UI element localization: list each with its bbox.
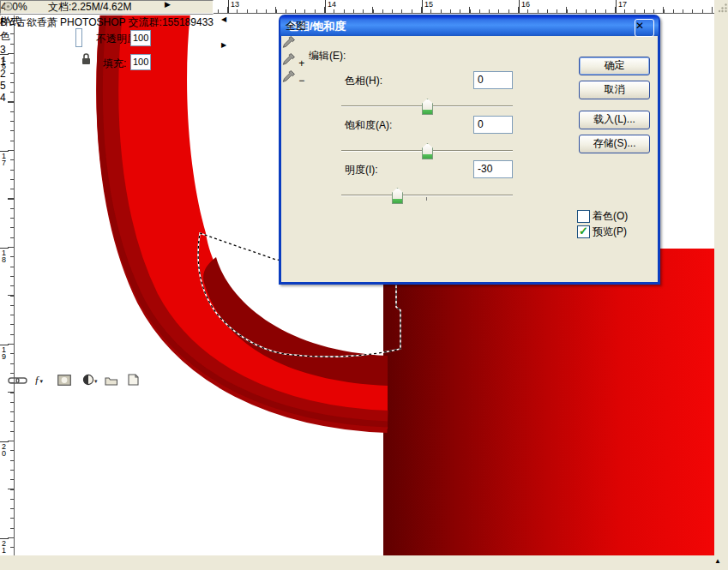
- ruler-tick-label: 17: [0, 151, 9, 166]
- link-layers-icon[interactable]: [8, 375, 28, 386]
- slider-center-notch: [426, 197, 427, 201]
- ruler-tick-label: 18: [0, 248, 9, 263]
- colorize-label: 着色(O): [593, 209, 628, 224]
- h-scroll-thumb[interactable]: [221, 27, 312, 39]
- h-scrollbar[interactable]: ◀ ▶: [221, 1, 719, 14]
- layer-mask-icon[interactable]: [57, 375, 71, 386]
- photoshop-window: 11 12 13 14 15 16 17 16 17 18 19 20 21 ▲…: [0, 0, 728, 570]
- checkmark-icon: ✓: [579, 225, 588, 237]
- dialog-titlebar[interactable]: 色相/饱和度: [280, 16, 659, 36]
- hue-label: 色相(H):: [345, 74, 382, 88]
- layer-row-selected[interactable]: 5: [0, 80, 41, 92]
- saturation-field[interactable]: 0: [473, 116, 513, 134]
- ruler-tick-label: 19: [0, 345, 9, 360]
- opacity-field[interactable]: 100: [130, 30, 151, 46]
- colorize-checkbox[interactable]: [577, 210, 590, 223]
- svg-text:▾: ▾: [94, 378, 98, 384]
- lightness-value: -30: [478, 163, 492, 175]
- ruler-tick-label: 20: [0, 441, 9, 457]
- ruler-tick-label: 21: [0, 538, 9, 554]
- lightness-slider-track[interactable]: [341, 195, 513, 196]
- scroll-up-button[interactable]: ▲: [714, 555, 728, 569]
- close-icon[interactable]: ✕: [635, 19, 654, 37]
- cancel-button[interactable]: 取消: [579, 81, 650, 99]
- hue-slider-thumb[interactable]: [422, 99, 433, 115]
- fill-field[interactable]: 100: [130, 54, 151, 70]
- layer-row[interactable]: 3: [0, 44, 41, 56]
- saturation-label: 饱和度(A):: [345, 118, 392, 133]
- layer-row[interactable]: 1: [0, 56, 41, 68]
- edit-label: 编辑(E):: [306, 49, 348, 63]
- lock-icon[interactable]: [81, 52, 92, 65]
- lightness-field[interactable]: -30: [473, 160, 513, 178]
- new-layer-icon[interactable]: [128, 374, 139, 386]
- status-circle-icon: [3, 2, 13, 11]
- ok-button[interactable]: 确定: [579, 57, 650, 75]
- load-button[interactable]: 载入(L)...: [579, 111, 650, 129]
- fill-label: 填充:: [103, 57, 126, 71]
- preview-checkbox[interactable]: ✓: [577, 225, 590, 238]
- doc-size-panel[interactable]: 文档:2.25M/4.62M ▶: [0, 14, 214, 15]
- new-group-icon[interactable]: [105, 375, 118, 386]
- scroll-left-button[interactable]: ◀: [221, 14, 235, 27]
- v-scrollbar[interactable]: ▲ ▼: [714, 0, 728, 555]
- tab-swatches[interactable]: 色: [0, 29, 34, 44]
- lightness-slider-thumb[interactable]: [392, 188, 403, 204]
- lightness-label: 明度(I):: [345, 163, 378, 177]
- resize-grip[interactable]: [719, 3, 728, 13]
- preview-label: 预览(P): [593, 225, 627, 239]
- status-popup-arrow[interactable]: ▶: [165, 0, 171, 9]
- adjustment-layer-icon[interactable]: ▾: [82, 374, 99, 386]
- status-bar: 400% 文档:2.25M/4.62M ▶ ◀ ▶ BY:古欲香萧 PHOTOS…: [0, 0, 214, 30]
- save-button[interactable]: 存储(S)...: [579, 135, 650, 153]
- doc-size-text: 文档:2.25M/4.62M: [48, 0, 131, 15]
- blend-mode-combo-sliver[interactable]: [75, 28, 82, 47]
- watermark-credit-text: BY:古欲香萧 PHOTOSHOP 交流群:155189433: [0, 16, 214, 28]
- saturation-slider-thumb[interactable]: [422, 143, 433, 159]
- hue-field[interactable]: 0: [473, 71, 513, 89]
- layer-row[interactable]: 2: [0, 68, 41, 80]
- scroll-right-button[interactable]: ▶: [221, 39, 238, 52]
- mug-body: [383, 249, 714, 555]
- layer-row[interactable]: 4: [0, 92, 41, 104]
- layer-style-icon[interactable]: ƒ▾: [34, 373, 43, 387]
- hue-saturation-dialog: 色相/饱和度 ✕ 编辑(E): 全图 ▼ 色相(H): 0 饱和度(A): 0 …: [279, 15, 660, 285]
